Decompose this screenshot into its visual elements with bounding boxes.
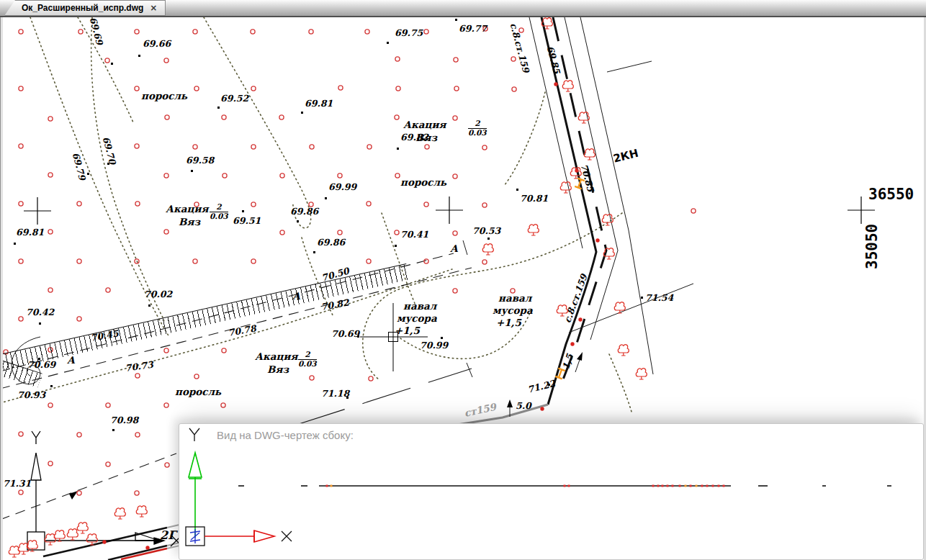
tab-title: Ок_Расширенный_испр.dwg: [22, 3, 143, 13]
utility-line-bundle: [439, 17, 693, 428]
side-view-svg: [179, 424, 925, 560]
grid-crosses: [24, 197, 875, 225]
window-left-frame: [0, 16, 3, 560]
close-icon[interactable]: ×: [150, 3, 157, 13]
orange-clamp-marks: [555, 179, 585, 379]
grid-coordinate-north: 35050: [863, 224, 881, 269]
tab-drawing[interactable]: Ок_Расширенный_испр.dwg ×: [4, 0, 166, 16]
ucs-origin-box: [186, 527, 204, 546]
side-view-panel: Вид на DWG-чертеж сбоку:: [179, 423, 924, 560]
drawing-axis-glyph: [27, 431, 182, 550]
bottom-roads: [43, 523, 189, 560]
grid-coordinate-east: 36550: [868, 186, 914, 203]
x-axis-letter: [282, 531, 292, 541]
ucs-y-axis-arrow: [189, 453, 202, 538]
side-view-profile-line: [238, 485, 891, 487]
dotted-contour-lines: [0, 17, 631, 412]
ucs-x-axis-arrow: [204, 530, 274, 542]
y-axis-letter: [189, 428, 199, 441]
dwg-viewer-window: Ок_Расширенный_испр.dwg ×: [0, 0, 926, 560]
document-tab-bar: Ок_Расширенный_испр.dwg ×: [0, 0, 926, 17]
